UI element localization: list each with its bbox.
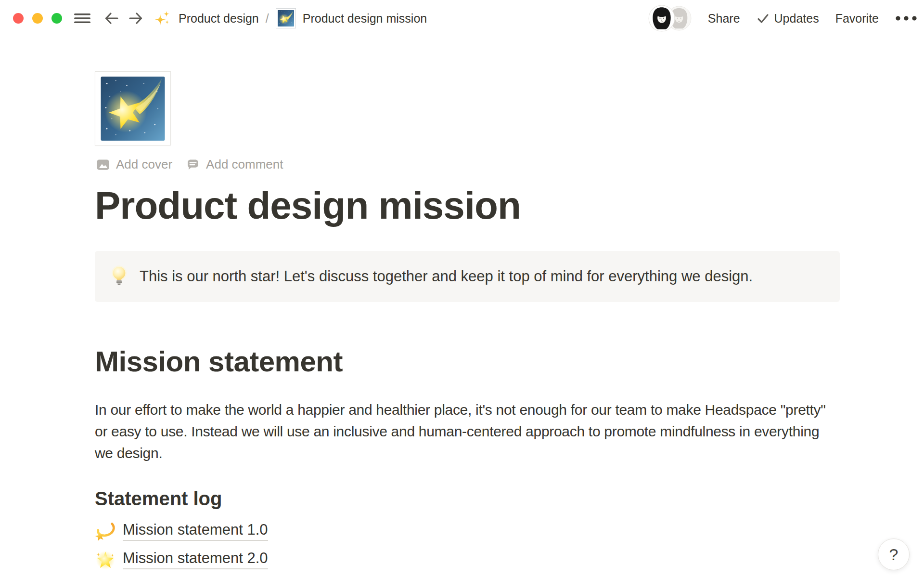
mission-paragraph[interactable]: In our effort to make the world a happie…	[95, 399, 840, 464]
breadcrumb-parent[interactable]: Product design	[179, 12, 259, 26]
share-button[interactable]: Share	[708, 12, 740, 26]
callout-block[interactable]: This is our north star! Let's discuss to…	[95, 251, 840, 302]
statement-log-links: Mission statement 1.0 Mission statement …	[95, 517, 840, 574]
zoom-window-button[interactable]	[51, 13, 62, 24]
dizzy-star-icon	[95, 521, 116, 542]
page-link-label[interactable]: Mission statement 2.0	[123, 550, 268, 569]
add-comment-button[interactable]: Add comment	[186, 157, 283, 172]
updates-button[interactable]: Updates	[757, 12, 819, 26]
close-window-button[interactable]	[13, 13, 24, 24]
page-link-mission-2[interactable]: Mission statement 2.0	[95, 545, 840, 574]
page-icon-small	[276, 8, 296, 28]
back-icon[interactable]	[103, 10, 120, 26]
add-cover-label: Add cover	[116, 157, 172, 172]
sidebar-menu-icon[interactable]	[74, 11, 91, 26]
updates-label: Updates	[774, 12, 819, 26]
breadcrumb: Product design / Product design mission	[154, 8, 427, 28]
page-icon[interactable]	[95, 71, 171, 145]
add-comment-label: Add comment	[206, 157, 283, 172]
help-button[interactable]: ?	[878, 539, 910, 570]
topbar-actions: Share Updates Favorite	[648, 5, 917, 32]
page-link-mission-1[interactable]: Mission statement 1.0	[95, 517, 840, 545]
collaborator-avatars[interactable]	[648, 5, 692, 32]
glowing-star-icon	[95, 549, 116, 570]
shooting-star-icon	[100, 77, 166, 141]
mission-heading[interactable]: Mission statement	[95, 343, 840, 380]
statement-log-heading[interactable]: Statement log	[95, 487, 840, 510]
check-icon	[757, 12, 770, 25]
add-cover-button[interactable]: Add cover	[96, 157, 172, 172]
comment-icon	[186, 158, 200, 172]
avatar	[648, 5, 675, 32]
forward-icon[interactable]	[128, 10, 144, 26]
page-actions: Add cover Add comment	[96, 157, 840, 172]
light-bulb-icon[interactable]	[111, 265, 127, 288]
breadcrumb-current[interactable]: Product design mission	[303, 12, 427, 26]
page-link-label[interactable]: Mission statement 1.0	[123, 521, 268, 541]
page-title[interactable]: Product design mission	[95, 184, 840, 228]
minimize-window-button[interactable]	[32, 13, 43, 24]
favorite-button[interactable]: Favorite	[835, 12, 879, 26]
window-controls	[13, 13, 62, 24]
topbar: Product design / Product design mission	[0, 0, 924, 37]
sparkles-icon	[154, 10, 171, 26]
more-options-icon[interactable]	[895, 15, 917, 21]
help-icon: ?	[889, 545, 898, 564]
image-icon	[96, 158, 110, 172]
breadcrumb-separator: /	[266, 12, 269, 26]
page-body: Add cover Add comment Product design mis…	[95, 71, 840, 574]
callout-text[interactable]: This is our north star! Let's discuss to…	[140, 265, 753, 288]
